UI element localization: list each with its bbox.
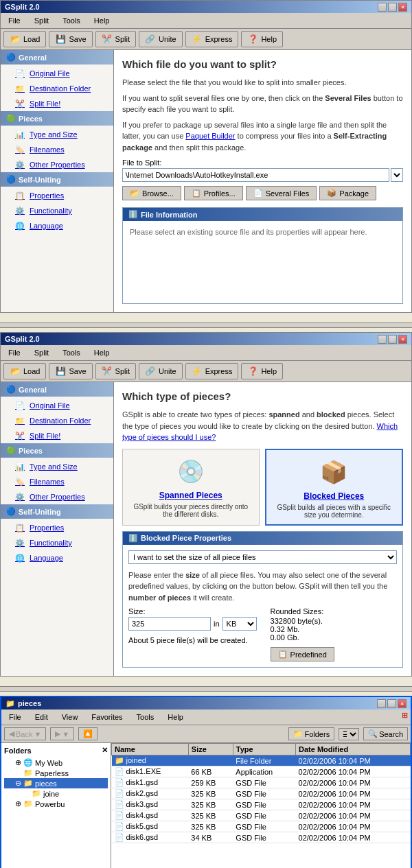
folder-tree-pieces[interactable]: ⊖ 📁 pieces — [4, 778, 108, 788]
explorer-menu-edit[interactable]: Edit — [30, 711, 53, 723]
folder-tree-myweb[interactable]: ⊕ 🌐 My Web — [4, 758, 108, 768]
explorer-close-btn[interactable]: × — [398, 699, 407, 708]
toolbar-1: 📂 Load 💾 Save ✂️ Split 🔗 Unite ⚡ Express… — [1, 29, 411, 50]
explorer-minimize-btn[interactable]: _ — [377, 699, 386, 708]
sidebar-item-language-1[interactable]: 🌐 Language — [1, 218, 113, 233]
paquet-builder-link[interactable]: Paquet Builder — [185, 132, 235, 140]
help-button-2[interactable]: ❓ Help — [241, 363, 283, 379]
sidebar-item-split-1[interactable]: ✂️ Split File! — [1, 96, 113, 111]
sidebar-item-split-2[interactable]: ✂️ Split File! — [1, 428, 113, 443]
sidebar-item-properties-1[interactable]: 📋 Properties — [1, 188, 113, 203]
folders-close-icon[interactable]: ✕ — [102, 746, 108, 755]
search-button[interactable]: 🔍 Search — [363, 727, 408, 740]
menu-split-2[interactable]: Split — [30, 347, 54, 359]
sidebar-item-destination-1[interactable]: 📁 Destination Folder — [1, 81, 113, 96]
table-row[interactable]: 📄 disk1.EXE 66 KB Application 02/02/2006… — [112, 766, 411, 777]
help-button-1[interactable]: ❓ Help — [241, 31, 283, 47]
sidebar-item-filenames-1[interactable]: 🏷️ Filenames — [1, 142, 113, 157]
folders-button[interactable]: 📁 Folders — [288, 727, 334, 740]
predefined-button[interactable]: 📋 Predefined — [271, 647, 334, 661]
browse-button[interactable]: 📂 Browse... — [122, 186, 181, 200]
piece-size-dropdown[interactable]: I want to set the size of all piece file… — [128, 550, 397, 564]
sidebar-item-functionality-1[interactable]: ⚙️ Functionality — [1, 203, 113, 218]
col-date[interactable]: Date Modified — [296, 744, 411, 755]
split-button-2[interactable]: ✂️ Split — [95, 363, 136, 379]
profiles-icon: 📋 — [192, 189, 201, 198]
unite-button-1[interactable]: 🔗 Unite — [139, 31, 183, 47]
piece-count: About 5 piece file(s) will be created. — [128, 636, 257, 644]
folder-tree-joined[interactable]: ⊕ 📁 joine — [4, 788, 108, 799]
save-button-1[interactable]: 💾 Save — [49, 31, 92, 47]
load-button-2[interactable]: 📂 Load — [3, 363, 46, 379]
file-path-input[interactable] — [122, 168, 389, 182]
table-row[interactable]: 📄 disk2.gsd 325 KB GSD File 02/02/2006 1… — [112, 788, 411, 799]
unite-icon-1: 🔗 — [145, 34, 156, 45]
explorer-maximize-btn[interactable]: □ — [387, 699, 396, 708]
sidebar-item-other-props-2[interactable]: ⚙️ Other Properties — [1, 489, 113, 504]
col-size[interactable]: Size — [188, 744, 233, 755]
sidebar-item-type-size-1[interactable]: 📊 Type and Size — [1, 127, 113, 142]
table-row[interactable]: 📁 joined File Folder 02/02/2006 10:04 PM — [112, 755, 411, 766]
sidebar-item-original-file-2[interactable]: 📄 Original File — [1, 398, 113, 413]
sidebar-item-language-2[interactable]: 🌐 Language — [1, 550, 113, 565]
load-button-1[interactable]: 📂 Load — [3, 31, 46, 47]
file-icon: 📄 — [115, 833, 124, 841]
explorer-menu-view[interactable]: View — [57, 711, 83, 723]
maximize-btn-1[interactable]: □ — [388, 3, 397, 12]
sidebar-item-type-size-2[interactable]: 📊 Type and Size — [1, 459, 113, 474]
view-select[interactable]: ☰ — [339, 728, 359, 740]
folder-tree-paperless[interactable]: ⊕ 📁 Paperless — [4, 768, 108, 778]
menu-split-1[interactable]: Split — [30, 14, 54, 27]
file-path-dropdown[interactable] — [391, 168, 403, 182]
back-button[interactable]: ◀ Back ▼ — [4, 727, 46, 740]
explorer-menu-favorites[interactable]: Favorites — [87, 711, 127, 723]
sidebar-item-other-props-1[interactable]: ⚙️ Other Properties — [1, 157, 113, 172]
menu-help-2[interactable]: Help — [89, 347, 115, 359]
several-files-button[interactable]: 📄 Several Files — [246, 186, 317, 200]
explorer-menu-tools[interactable]: Tools — [132, 711, 159, 723]
table-row[interactable]: 📄 disk1.gsd 259 KB GSD File 02/02/2006 1… — [112, 777, 411, 788]
table-row[interactable]: 📄 disk4.gsd 325 KB GSD File 02/02/2006 1… — [112, 810, 411, 821]
col-name[interactable]: Name — [112, 744, 189, 755]
express-button-2[interactable]: ⚡ Express — [185, 363, 239, 379]
file-icon: 📁 — [115, 756, 124, 764]
save-icon-2: 💾 — [55, 366, 66, 377]
sidebar-item-original-file-1[interactable]: 📄 Original File — [1, 66, 113, 81]
table-row[interactable]: 📄 disk3.gsd 325 KB GSD File 02/02/2006 1… — [112, 799, 411, 810]
menu-file-2[interactable]: File — [3, 347, 25, 359]
sidebar-item-destination-2[interactable]: 📁 Destination Folder — [1, 413, 113, 428]
table-row[interactable]: 📄 disk5.gsd 325 KB GSD File 02/02/2006 1… — [112, 821, 411, 832]
spanned-option[interactable]: 💿 Spanned Pieces GSplit builds your piec… — [122, 449, 260, 526]
forward-button[interactable]: ▶ ▼ — [50, 727, 74, 740]
express-button-1[interactable]: ⚡ Express — [185, 31, 239, 47]
sidebar-item-functionality-2[interactable]: ⚙️ Functionality — [1, 535, 113, 550]
package-button[interactable]: 📦 Package — [319, 186, 376, 200]
load-icon-2: 📂 — [10, 366, 21, 377]
folder-tree-powerbu[interactable]: ⊕ 📁 Powerbu — [4, 799, 108, 809]
sidebar-item-filenames-2[interactable]: 🏷️ Filenames — [1, 474, 113, 489]
up-button[interactable]: 🔼 — [78, 727, 98, 740]
col-type[interactable]: Type — [233, 744, 295, 755]
split-button-1[interactable]: ✂️ Split — [95, 31, 136, 47]
explorer-menu-help[interactable]: Help — [163, 711, 188, 723]
which-type-link[interactable]: Which type of pieces should I use? — [122, 422, 398, 442]
menu-tools-1[interactable]: Tools — [58, 14, 85, 27]
unit-select[interactable]: KB — [222, 617, 257, 631]
unite-button-2[interactable]: 🔗 Unite — [139, 363, 183, 379]
close-btn-1[interactable]: × — [398, 3, 407, 12]
profiles-button[interactable]: 📋 Profiles... — [184, 186, 243, 200]
minimize-btn-2[interactable]: _ — [378, 335, 387, 344]
blocked-option[interactable]: 📦 Blocked Pieces GSplit builds all piece… — [265, 449, 404, 526]
maximize-btn-2[interactable]: □ — [388, 335, 397, 344]
menu-file-1[interactable]: File — [3, 14, 25, 27]
minimize-btn-1[interactable]: _ — [378, 3, 387, 12]
size-input[interactable] — [128, 617, 211, 631]
explorer-menu-file[interactable]: File — [4, 711, 26, 723]
save-button-2[interactable]: 💾 Save — [49, 363, 92, 379]
menu-help-1[interactable]: Help — [89, 14, 115, 27]
load-icon-1: 📂 — [10, 34, 21, 45]
sidebar-item-properties-2[interactable]: 📋 Properties — [1, 520, 113, 535]
table-row[interactable]: 📄 disk6.gsd 34 KB GSD File 02/02/2006 10… — [112, 832, 411, 843]
menu-tools-2[interactable]: Tools — [58, 347, 85, 359]
close-btn-2[interactable]: × — [398, 335, 407, 344]
